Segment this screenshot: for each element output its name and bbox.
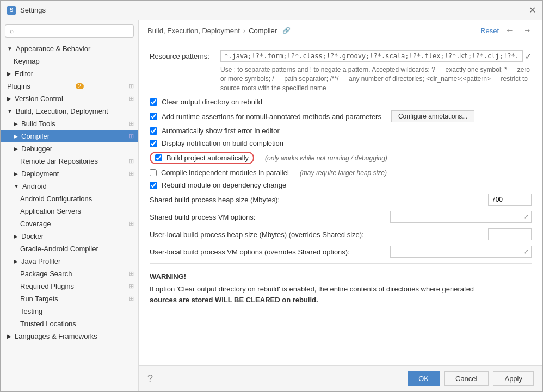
sidebar-item-label: Gradle-Android Compiler [20,245,98,253]
user-heap-input[interactable] [488,228,532,240]
sidebar-item-appearance[interactable]: ▼ Appearance & Behavior [1,42,138,55]
runtime-assertions-checkbox[interactable] [150,113,157,120]
compile-independent-row: Compile independent modules in parallel … [150,169,532,177]
main-content-area: ▼ Appearance & Behavior Keymap ▶ Editor … [1,20,542,391]
sidebar-item-label: Appearance & Behavior [16,45,90,53]
warning-text: If option 'Clear output directory on reb… [150,284,532,305]
compile-independent-label[interactable]: Compile independent modules in parallel [161,169,289,177]
sidebar-item-label: Version Control [15,95,63,103]
runtime-assertions-label[interactable]: Add runtime assertions for notnull-annot… [162,113,381,121]
sidebar-item-app-servers[interactable]: Application Servers [1,205,138,217]
sidebar-item-label: Run Targets [20,295,58,303]
show-first-error-checkbox[interactable] [150,127,157,135]
reset-button[interactable]: Reset [480,27,499,35]
user-heap-row: User-local build process heap size (Mbyt… [150,228,532,240]
ok-button[interactable]: OK [408,371,440,386]
sidebar-item-trusted-locations[interactable]: Trusted Locations [1,318,138,330]
expand-arrow: ▶ [14,171,18,177]
rebuild-module-checkbox[interactable] [150,182,157,189]
sidebar-item-build-tools[interactable]: ▶ Build Tools ⊞ [1,117,138,130]
compile-independent-note: (may require larger heap size) [300,169,387,177]
package-search-icon: ⊞ [129,270,134,277]
run-targets-icon: ⊞ [129,295,134,302]
sidebar-item-plugins[interactable]: Plugins 2 ⊞ [1,80,138,92]
sidebar-item-debugger[interactable]: ▶ Debugger [1,142,138,155]
shared-vm-input[interactable] [391,211,521,222]
resource-patterns-input[interactable] [220,50,523,62]
build-project-highlight: Build project automatically [150,152,254,164]
sidebar-item-required-plugins[interactable]: Required Plugins ⊞ [1,280,138,293]
sidebar-item-label: Required Plugins [20,282,74,290]
build-project-auto-row: Build project automatically (only works … [150,152,532,164]
compiler-icon: ⊞ [129,133,134,140]
sidebar-item-label: Keymap [14,57,40,65]
resource-expand-button[interactable]: ⤢ [525,52,532,60]
sidebar-item-version-control[interactable]: ▶ Version Control ⊞ [1,92,138,105]
forward-button[interactable]: → [521,26,534,35]
sidebar-item-docker[interactable]: ▶ Docker [1,230,138,242]
main-content: Resource patterns: ⤢ Use ; to separate p… [139,41,542,365]
sidebar-item-label: Java Profiler [21,257,60,265]
shared-vm-expand-button[interactable]: ⤢ [521,213,531,221]
shared-vm-row: Shared build process VM options: ⤢ [150,211,532,223]
close-button[interactable]: ✕ [529,5,536,15]
sidebar-item-coverage[interactable]: Coverage ⊞ [1,217,138,230]
compile-independent-checkbox[interactable] [150,169,157,176]
sidebar: ▼ Appearance & Behavior Keymap ▶ Editor … [1,20,139,391]
show-first-error-row: Automatically show first error in editor [150,127,532,135]
back-button[interactable]: ← [503,26,516,35]
sidebar-item-run-targets[interactable]: Run Targets ⊞ [1,293,138,305]
sidebar-item-deployment[interactable]: ▶ Deployment ⊞ [1,167,138,180]
expand-arrow: ▶ [7,333,11,339]
sidebar-item-keymap[interactable]: Keymap [1,55,138,67]
sidebar-item-testing[interactable]: Testing [1,305,138,318]
expand-arrow: ▶ [14,233,18,239]
expand-arrow: ▶ [7,96,11,102]
sidebar-item-package-search[interactable]: Package Search ⊞ [1,267,138,280]
sidebar-item-label: Testing [20,307,42,315]
sidebar-item-label: Android Configurations [20,195,92,203]
breadcrumb-sep: › [243,27,245,35]
breadcrumb-right: Reset ← → [480,26,534,35]
search-input[interactable] [5,24,134,38]
clear-output-label[interactable]: Clear output directory on rebuild [162,98,262,106]
shared-vm-label: Shared build process VM options: [150,213,390,221]
sidebar-item-android[interactable]: ▼ Android [1,180,138,192]
user-vm-input[interactable] [391,246,521,257]
display-notification-row: Display notification on build completion [150,139,532,147]
sidebar-item-languages[interactable]: ▶ Languages & Frameworks [1,330,138,343]
show-first-error-label[interactable]: Automatically show first error in editor [162,127,280,135]
configure-annotations-button[interactable]: Configure annotations... [391,110,474,122]
coverage-icon: ⊞ [129,220,134,227]
sidebar-item-compiler[interactable]: ▶ Compiler ⊞ [1,130,138,142]
sidebar-item-label: Plugins [7,82,30,90]
sidebar-item-label: Editor [15,70,33,78]
user-vm-expand-button[interactable]: ⤢ [521,248,531,256]
sidebar-item-android-config[interactable]: Android Configurations [1,192,138,205]
settings-window: S Settings ✕ ▼ Appearance & Behavior Key… [0,0,543,392]
breadcrumb-path2: Compiler [249,27,277,35]
breadcrumb-bar: Build, Execution, Deployment › Compiler … [139,20,542,41]
build-project-auto-label[interactable]: Build project automatically [166,154,249,162]
sidebar-item-label: Debugger [21,145,52,153]
title-bar: S Settings ✕ [1,1,542,20]
shared-heap-row: Shared build process heap size (Mbytes): [150,194,532,206]
shared-heap-input[interactable] [488,194,532,206]
sidebar-item-remote-jar[interactable]: Remote Jar Repositories ⊞ [1,155,138,167]
required-plugins-icon: ⊞ [129,283,134,290]
sidebar-item-build-execution[interactable]: ▼ Build, Execution, Deployment [1,105,138,117]
cancel-button[interactable]: Cancel [444,371,489,386]
display-notification-label[interactable]: Display notification on build completion [162,139,283,147]
user-vm-label: User-local build process VM options (ove… [150,248,390,256]
resource-hint: Use ; to separate patterns and ! to nega… [220,65,532,92]
apply-button[interactable]: Apply [493,371,534,386]
clear-output-checkbox[interactable] [150,98,157,106]
sidebar-item-editor[interactable]: ▶ Editor [1,67,138,80]
display-notification-checkbox[interactable] [150,140,157,147]
sidebar-item-java-profiler[interactable]: ▶ Java Profiler [1,255,138,267]
help-button[interactable]: ? [147,373,153,384]
build-project-auto-checkbox[interactable] [155,154,162,161]
sidebar-item-gradle-android[interactable]: Gradle-Android Compiler [1,242,138,255]
rebuild-module-label[interactable]: Rebuild module on dependency change [162,181,286,189]
shared-vm-input-wrap: ⤢ [390,211,532,223]
